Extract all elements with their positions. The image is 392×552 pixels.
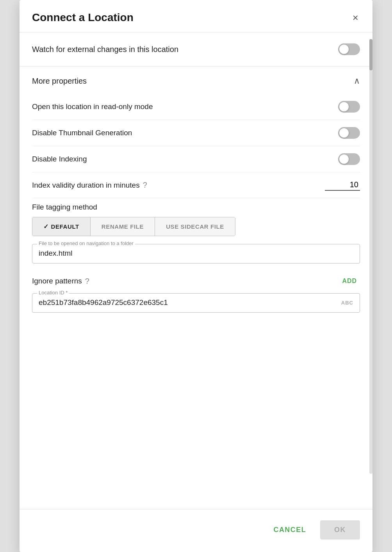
scrollbar-track	[369, 39, 372, 474]
scrollbar-thumb[interactable]	[369, 39, 372, 70]
ignore-patterns-row: Ignore patterns ? ADD	[32, 273, 360, 293]
watch-row: Watch for external changes in this locat…	[20, 32, 372, 66]
cancel-button[interactable]: CANCEL	[262, 520, 317, 539]
disable-indexing-toggle[interactable]	[338, 153, 360, 165]
folder-file-value: index.html	[39, 247, 73, 257]
dialog-title: Connect a Location	[32, 11, 134, 24]
check-icon: ✓	[43, 223, 49, 230]
index-help-icon[interactable]: ?	[143, 181, 147, 190]
location-id-value: eb251b73fa8b4962a9725c6372e635c1	[39, 298, 168, 307]
tag-btn-sidecar[interactable]: USE SIDECAR FILE	[155, 217, 235, 236]
ignore-label-group: Ignore patterns ?	[32, 277, 89, 286]
tag-btn-default-label: DEFAULT	[51, 223, 79, 230]
tag-btn-sidecar-label: USE SIDECAR FILE	[166, 223, 224, 230]
add-ignore-pattern-button[interactable]: ADD	[339, 276, 360, 286]
chevron-up-icon: ∧	[354, 76, 360, 86]
close-button[interactable]: ×	[351, 11, 360, 24]
location-id-fieldset: Location ID * eb251b73fa8b4962a9725c6372…	[32, 293, 360, 313]
file-tagging-section: File tagging method ✓ DEFAULT RENAME FIL…	[32, 198, 360, 236]
read-only-toggle[interactable]	[338, 101, 360, 113]
tag-btn-default[interactable]: ✓ DEFAULT	[32, 217, 91, 236]
disable-indexing-row: Disable Indexing	[32, 146, 360, 172]
watch-toggle-thumb	[339, 45, 349, 54]
disable-thumbnail-toggle[interactable]	[338, 127, 360, 139]
tag-btn-rename[interactable]: RENAME FILE	[91, 217, 155, 236]
ignore-patterns-label: Ignore patterns	[32, 277, 82, 285]
location-id-row: eb251b73fa8b4962a9725c6372e635c1 ABC	[39, 298, 353, 307]
disable-thumbnail-row: Disable Thumbnail Generation	[32, 120, 360, 146]
more-properties-label: More properties	[32, 77, 87, 86]
tagging-buttons-group: ✓ DEFAULT RENAME FILE USE SIDECAR FILE	[32, 217, 235, 236]
folder-file-fieldset: File to be opened on navigation to a fol…	[32, 244, 360, 263]
tag-btn-rename-label: RENAME FILE	[102, 223, 144, 230]
connect-location-dialog: Connect a Location × Watch for external …	[20, 0, 372, 552]
ignore-help-icon[interactable]: ?	[85, 277, 89, 286]
index-validity-row: Index validity duration in minutes ?	[32, 172, 360, 198]
properties-content: Open this location in read-only mode Dis…	[20, 94, 372, 316]
watch-label: Watch for external changes in this locat…	[32, 45, 178, 54]
index-label-group: Index validity duration in minutes ?	[32, 181, 147, 190]
read-only-row: Open this location in read-only mode	[32, 94, 360, 120]
read-only-label: Open this location in read-only mode	[32, 102, 153, 111]
dialog-header: Connect a Location ×	[20, 0, 372, 32]
dialog-footer: CANCEL OK	[20, 509, 372, 552]
location-id-legend: Location ID *	[37, 290, 69, 296]
more-properties-header[interactable]: More properties ∧	[20, 66, 372, 94]
ok-button[interactable]: OK	[320, 520, 360, 539]
disable-indexing-label: Disable Indexing	[32, 155, 87, 163]
file-tagging-label: File tagging method	[32, 203, 360, 211]
index-validity-input[interactable]	[325, 179, 360, 191]
disable-thumbnail-label: Disable Thumbnail Generation	[32, 129, 132, 137]
watch-toggle[interactable]	[338, 43, 360, 55]
abc-badge: ABC	[341, 300, 353, 306]
index-validity-label: Index validity duration in minutes	[32, 181, 140, 190]
folder-file-legend: File to be opened on navigation to a fol…	[37, 240, 135, 246]
